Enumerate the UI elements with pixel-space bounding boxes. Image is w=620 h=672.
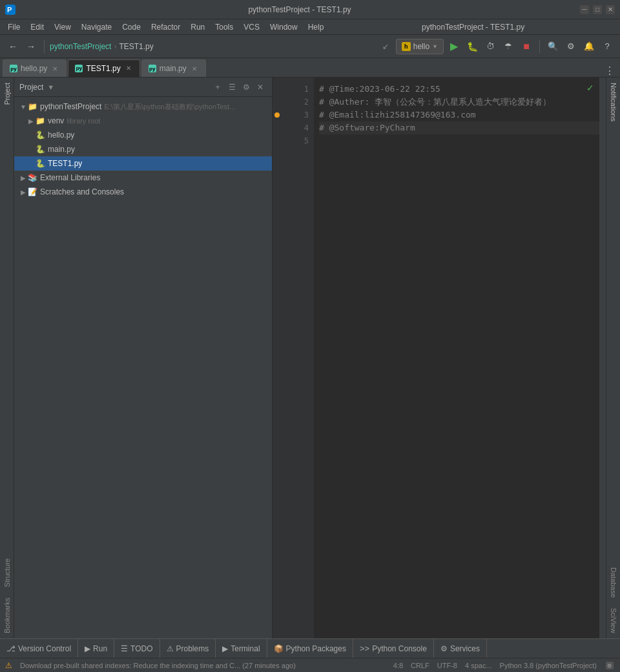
- bottom-tab-python-console[interactable]: >> Python Console: [353, 639, 434, 658]
- tab-close-main[interactable]: ✕: [190, 64, 199, 73]
- status-line-sep[interactable]: CRLF: [411, 662, 429, 669]
- status-python-version[interactable]: Python 3.8 (pythonTestProject): [500, 662, 597, 669]
- menu-navigate[interactable]: Navigate: [76, 21, 117, 33]
- tree-item-test1[interactable]: 🐍 TEST1.py: [14, 156, 272, 171]
- bottom-tab-run[interactable]: ▶ Run: [78, 639, 114, 658]
- panel-label-structure[interactable]: Structure: [1, 553, 13, 593]
- project-collapse-all-btn[interactable]: +: [211, 81, 224, 94]
- bottom-tab-todo[interactable]: ☰ TODO: [114, 639, 160, 658]
- problems-label: Problems: [176, 644, 209, 653]
- panel-label-project[interactable]: Project: [1, 78, 13, 110]
- help-btn[interactable]: ?: [599, 39, 615, 54]
- panel-label-sciview[interactable]: SciView: [608, 603, 619, 638]
- terminal-icon: ▶: [222, 644, 228, 653]
- tree-item-hello[interactable]: 🐍 hello.py: [14, 128, 272, 142]
- bottom-tab-python-packages[interactable]: 📦 Python Packages: [267, 639, 353, 658]
- editor-scrollbar[interactable]: [599, 78, 606, 638]
- status-encoding[interactable]: UTF-8: [437, 662, 457, 669]
- project-settings-btn[interactable]: ⚙: [240, 81, 253, 94]
- status-message[interactable]: Download pre-built shared indexes: Reduc…: [20, 662, 386, 669]
- stop-btn[interactable]: ■: [519, 39, 534, 54]
- git-update-btn[interactable]: ↙: [378, 39, 393, 54]
- run-tab-label: Run: [93, 644, 107, 653]
- title-bar: P pythonTestProject - TEST1.py ─ □ ✕: [0, 0, 620, 19]
- tree-venv-sublabel: library root: [67, 117, 100, 125]
- bottom-tab-terminal[interactable]: ▶ Terminal: [216, 639, 267, 658]
- minimize-button[interactable]: ─: [580, 5, 589, 14]
- tab-close-hello[interactable]: ✕: [50, 64, 59, 73]
- breadcrumb-project[interactable]: pythonTestProject: [50, 42, 111, 51]
- breadcrumb-file[interactable]: TEST1.py: [119, 42, 153, 51]
- close-button[interactable]: ✕: [606, 5, 615, 14]
- left-panel-strip: Project Structure Bookmarks: [0, 78, 14, 638]
- project-hide-btn[interactable]: ☰: [225, 81, 238, 94]
- tree-venv-arrow: ▶: [27, 118, 35, 125]
- tree-item-external[interactable]: ▶ 📚 External Libraries: [14, 171, 272, 185]
- tree-item-venv[interactable]: ▶ 📁 venv library root: [14, 114, 272, 128]
- tree-item-scratches[interactable]: ▶ 📝 Scratches and Consoles: [14, 185, 272, 199]
- status-settings-icon[interactable]: ⚙: [604, 660, 615, 671]
- editor-content: 1 2 3 4 5 ✓ # @Time:2023-06-22 22:55 # @…: [273, 78, 606, 638]
- bottom-tab-services[interactable]: ⚙ Services: [434, 639, 487, 658]
- notifications-btn[interactable]: 🔔: [581, 39, 597, 54]
- breadcrumb-sep: ›: [114, 42, 116, 51]
- line-num-5: 5: [282, 134, 314, 147]
- bottom-panel: ⎇ Version Control ▶ Run ☰ TODO ⚠ Problem…: [0, 638, 620, 658]
- menu-bar: File Edit View Navigate Code Refactor Ru…: [0, 19, 620, 35]
- tree-root[interactable]: ▼ 📁 pythonTestProject E:\第八星系\python基础教程…: [14, 100, 272, 114]
- main-area: Project Structure Bookmarks Project ▼ + …: [0, 78, 620, 638]
- panel-label-database[interactable]: Database: [608, 562, 619, 603]
- bottom-tab-version-control[interactable]: ⎇ Version Control: [0, 639, 78, 658]
- project-panel: Project ▼ + ☰ ⚙ ✕ ▼ 📁 pythonTestProject …: [14, 78, 273, 638]
- menu-file[interactable]: File: [3, 21, 25, 33]
- todo-icon: ☰: [121, 644, 128, 653]
- svg-text:⚙: ⚙: [607, 663, 612, 669]
- menu-vcs[interactable]: VCS: [238, 21, 265, 33]
- menu-edit[interactable]: Edit: [25, 21, 49, 33]
- tree-item-main[interactable]: 🐍 main.py: [14, 142, 272, 156]
- menu-help[interactable]: Help: [303, 21, 329, 33]
- bottom-tab-problems[interactable]: ⚠ Problems: [160, 639, 216, 658]
- profile-btn[interactable]: ⏱: [482, 39, 498, 54]
- tree-root-icon: 📁: [27, 101, 37, 112]
- services-icon: ⚙: [440, 644, 448, 653]
- status-indent[interactable]: 4 spac...: [465, 662, 492, 669]
- toolbar-forward-btn[interactable]: →: [23, 39, 39, 54]
- tree-main-icon: 🐍: [35, 144, 45, 154]
- tab-label-test1: TEST1.py: [86, 64, 120, 73]
- code-editor[interactable]: ✓ # @Time:2023-06-22 22:55 # @Auther: 李智…: [314, 78, 599, 638]
- menu-window[interactable]: Window: [265, 21, 303, 33]
- menu-tools[interactable]: Tools: [210, 21, 238, 33]
- menu-refactor[interactable]: Refactor: [146, 21, 185, 33]
- run-config-icon: h: [402, 42, 411, 51]
- window-title: pythonTestProject - TEST1.py: [19, 5, 580, 14]
- tab-icon-test1: py: [75, 65, 83, 72]
- tab-overflow-btn[interactable]: ⋮: [599, 65, 620, 77]
- tab-hello-py[interactable]: py hello.py ✕: [3, 59, 67, 77]
- services-label: Services: [450, 644, 480, 653]
- code-line-4: # @Software:PyCharm: [319, 121, 599, 134]
- tree-root-arrow: ▼: [19, 103, 27, 110]
- tab-close-test1[interactable]: ✕: [124, 64, 133, 73]
- run-config-dropdown[interactable]: h hello ▼: [396, 39, 444, 54]
- menu-view[interactable]: View: [49, 21, 76, 33]
- tab-test1-py[interactable]: py TEST1.py ✕: [68, 59, 140, 77]
- gutter-mark-1: [273, 83, 282, 96]
- status-position[interactable]: 4:8: [393, 662, 403, 669]
- menu-code[interactable]: Code: [117, 21, 146, 33]
- toolbar-back-btn[interactable]: ←: [5, 39, 21, 54]
- maximize-button[interactable]: □: [593, 5, 602, 14]
- project-close-btn[interactable]: ✕: [254, 81, 267, 94]
- settings-btn[interactable]: ⚙: [563, 39, 579, 54]
- status-bar: ⚠ Download pre-built shared indexes: Red…: [0, 658, 620, 672]
- tab-main-py[interactable]: py main.py ✕: [141, 59, 206, 77]
- search-everywhere-btn[interactable]: 🔍: [545, 39, 561, 54]
- panel-label-bookmarks[interactable]: Bookmarks: [1, 593, 13, 638]
- panel-label-notifications[interactable]: Notifications: [608, 78, 619, 127]
- run-btn[interactable]: ▶: [446, 39, 462, 54]
- menu-run[interactable]: Run: [185, 21, 210, 33]
- coverage-btn[interactable]: ☂: [501, 39, 516, 54]
- line-numbers: 1 2 3 4 5: [282, 78, 314, 638]
- project-dropdown-arrow[interactable]: ▼: [47, 83, 54, 91]
- debug-btn[interactable]: 🐛: [464, 39, 480, 54]
